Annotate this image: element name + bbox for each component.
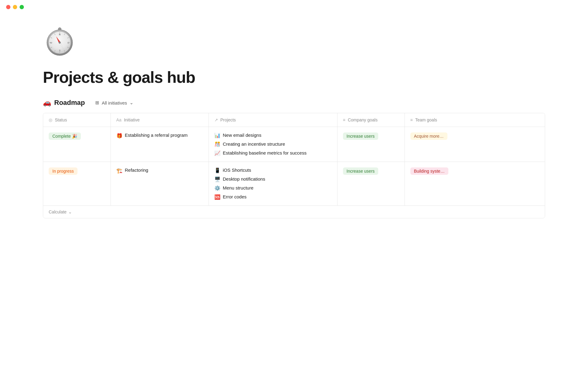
project-emoji: ⚙️ [214, 185, 221, 191]
view-selector[interactable]: ⊞ All initiatives ⌄ [92, 99, 137, 107]
svg-text:N: N [59, 33, 60, 36]
initiative-label-1: Establishing a referral program [125, 132, 188, 138]
roadmap-emoji: 🚗 [43, 99, 51, 107]
roadmap-table: ◎ Status Aa Initiative ↗ Projects [43, 113, 545, 218]
list-item: 📱 iOS Shortcuts [214, 167, 332, 173]
project-name: Error codes [223, 194, 247, 199]
col-status-label: Status [55, 117, 67, 122]
svg-text:W: W [50, 42, 52, 44]
col-team-goals-label: Team goals [415, 117, 437, 122]
company-goals-cell-2[interactable]: Increase users [337, 162, 405, 206]
page-icon: N S W E [43, 25, 77, 58]
section-header: 🚗 Roadmap ⊞ All initiatives ⌄ [43, 99, 545, 107]
chevron-down-icon: ⌄ [68, 209, 72, 214]
initiative-text-2: 🏗️ Refactoring [116, 167, 203, 174]
project-list-1: 📊 New email designs 🎊 Creating an incent… [214, 132, 332, 156]
maximize-button[interactable] [20, 5, 24, 9]
team-goals-badge-1: Acquire more… [410, 132, 447, 140]
status-badge-in-progress: In progress [49, 167, 77, 175]
status-cell-1[interactable]: Complete 🎉 [43, 127, 111, 162]
svg-point-22 [59, 42, 61, 44]
initiative-text-1: 🎁 Establishing a referral program [116, 132, 203, 139]
list-item: 📊 New email designs [214, 132, 332, 138]
roadmap-label: Roadmap [54, 99, 85, 107]
col-header-initiative[interactable]: Aa Initiative [111, 113, 209, 127]
project-emoji: 📱 [214, 167, 221, 173]
view-label: All initiatives [102, 100, 127, 105]
initiative-cell-2[interactable]: 🏗️ Refactoring [111, 162, 209, 206]
project-emoji: 🖥️ [214, 176, 221, 182]
list-item: 🆘 Error codes [214, 194, 332, 200]
project-name: iOS Shortcuts [223, 167, 251, 173]
team-goals-cell-1[interactable]: Acquire more… [405, 127, 545, 162]
page-title: Projects & goals hub [43, 68, 545, 86]
col-company-goals-label: Company goals [348, 117, 378, 122]
initiative-col-icon: Aa [116, 117, 122, 122]
close-button[interactable] [6, 5, 10, 9]
team-goals-cell-2[interactable]: Building syste… [405, 162, 545, 206]
main-content: N S W E Projects & goals hub 🚗 Roadmap ⊞… [0, 0, 588, 237]
project-emoji: 🎊 [214, 141, 221, 147]
company-goals-badge-1: Increase users [343, 132, 379, 140]
col-projects-label: Projects [221, 117, 236, 122]
initiative-cell-1[interactable]: 🎁 Establishing a referral program [111, 127, 209, 162]
col-header-projects[interactable]: ↗ Projects [209, 113, 337, 127]
company-goals-badge-2: Increase users [343, 167, 379, 175]
list-item: ⚙️ Menu structure [214, 185, 332, 191]
table-icon: ⊞ [95, 100, 99, 105]
project-name: New email designs [223, 132, 262, 138]
minimize-button[interactable] [13, 5, 17, 9]
company-goals-cell-1[interactable]: Increase users [337, 127, 405, 162]
col-header-status[interactable]: ◎ Status [43, 113, 111, 127]
col-header-company-goals[interactable]: ≡ Company goals [337, 113, 405, 127]
col-header-team-goals[interactable]: ≡ Team goals [405, 113, 545, 127]
table-row: In progress 🏗️ Refactoring 📱 iOS Shortcu [43, 162, 545, 206]
project-name: Creating an incentive structure [223, 141, 285, 147]
status-col-icon: ◎ [49, 117, 52, 122]
initiative-emoji-2: 🏗️ [116, 168, 123, 174]
col-initiative-label: Initiative [124, 117, 140, 122]
company-goals-col-icon: ≡ [343, 117, 345, 122]
project-emoji: 🆘 [214, 194, 221, 200]
roadmap-title: 🚗 Roadmap [43, 99, 85, 107]
project-name: Establishing baseline metrics for succes… [223, 150, 307, 155]
initiative-label-2: Refactoring [125, 167, 149, 173]
status-badge-complete: Complete 🎉 [49, 132, 81, 140]
chevron-down-icon: ⌄ [130, 100, 134, 105]
table-row: Complete 🎉 🎁 Establishing a referral pro… [43, 127, 545, 162]
team-goals-col-icon: ≡ [410, 117, 413, 122]
project-name: Menu structure [223, 185, 254, 190]
list-item: 📈 Establishing baseline metrics for succ… [214, 150, 332, 156]
calculate-label: Calculate [49, 209, 66, 214]
projects-col-icon: ↗ [214, 117, 218, 122]
table-footer[interactable]: Calculate ⌄ [43, 205, 545, 218]
team-goals-badge-2: Building syste… [410, 167, 448, 175]
list-item: 🖥️ Desktop notifications [214, 176, 332, 182]
svg-text:S: S [59, 49, 61, 52]
project-list-2: 📱 iOS Shortcuts 🖥️ Desktop notifications… [214, 167, 332, 200]
project-name: Desktop notifications [223, 176, 265, 182]
titlebar [0, 0, 588, 14]
project-emoji: 📈 [214, 150, 221, 156]
initiative-emoji-1: 🎁 [116, 133, 123, 139]
project-emoji: 📊 [214, 132, 221, 138]
status-cell-2[interactable]: In progress [43, 162, 111, 206]
table-header-row: ◎ Status Aa Initiative ↗ Projects [43, 113, 545, 127]
projects-cell-2[interactable]: 📱 iOS Shortcuts 🖥️ Desktop notifications… [209, 162, 337, 206]
svg-text:E: E [68, 42, 69, 44]
list-item: 🎊 Creating an incentive structure [214, 141, 332, 147]
projects-cell-1[interactable]: 📊 New email designs 🎊 Creating an incent… [209, 127, 337, 162]
